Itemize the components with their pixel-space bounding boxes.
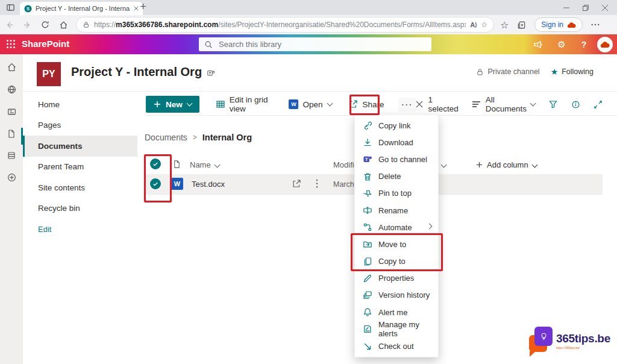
help-icon[interactable]: ? xyxy=(573,34,595,54)
menu-item-properties[interactable]: Properties xyxy=(355,270,438,287)
sidebar-item-home[interactable]: Home xyxy=(23,94,137,115)
fullscreen-icon[interactable] xyxy=(594,100,603,109)
info-icon[interactable] xyxy=(571,100,580,109)
sidebar-item-recycle-bin[interactable]: Recycle bin xyxy=(23,198,137,219)
rail-lists-icon[interactable] xyxy=(7,151,16,160)
check-icon xyxy=(152,181,158,187)
rail-documents-icon[interactable] xyxy=(7,129,16,139)
sidebar-item-parent-team[interactable]: Parent Team xyxy=(23,157,137,178)
add-column-button[interactable]: Add column xyxy=(476,160,537,169)
share-button[interactable]: Share xyxy=(348,99,384,109)
chevron-down-icon xyxy=(327,101,333,107)
menu-item-download[interactable]: Download xyxy=(355,134,438,151)
collections-icon[interactable] xyxy=(517,20,526,30)
menu-item-pin-to-top[interactable]: Pin to top xyxy=(355,185,438,202)
rail-news-icon[interactable] xyxy=(7,107,17,117)
forward-icon[interactable] xyxy=(18,16,36,33)
menu-item-copy-to[interactable]: Copy to xyxy=(355,253,438,270)
new-tab-button[interactable] xyxy=(140,3,146,10)
filter-icon[interactable] xyxy=(548,99,558,109)
file-name[interactable]: Test.docx xyxy=(192,180,225,189)
menu-item-version-history[interactable]: Version history xyxy=(355,287,438,304)
more-options-button[interactable]: ··· xyxy=(398,98,416,111)
select-all-checkbox[interactable] xyxy=(150,158,161,169)
browser-tab[interactable]: S Project Y - Internal Org - Interna xyxy=(20,2,143,15)
menu-item-check-out[interactable]: Check out xyxy=(355,337,438,354)
copy-to-icon xyxy=(363,257,372,266)
sync-cloud-icon xyxy=(567,22,576,28)
context-menu: Copy link Download T Go to channel Delet… xyxy=(354,115,439,357)
selected-count: 1 selected xyxy=(428,95,458,113)
breadcrumb: Documents > Internal Org xyxy=(145,133,252,142)
menu-item-move-to[interactable]: Move to xyxy=(355,236,438,253)
account-avatar[interactable] xyxy=(597,37,613,52)
new-button[interactable]: New xyxy=(146,96,199,113)
following-button[interactable]: ★ Following xyxy=(551,67,594,76)
sidebar-item-documents[interactable]: Documents xyxy=(23,136,137,157)
check-out-icon xyxy=(363,342,372,351)
menu-item-delete[interactable]: Delete xyxy=(355,168,438,185)
teams-channel-icon xyxy=(207,69,215,77)
favorites-star-settings-icon[interactable]: ☆ xyxy=(481,20,487,29)
rail-create-icon[interactable] xyxy=(7,172,17,183)
lock-icon xyxy=(83,21,90,28)
sidebar-item-site-contents[interactable]: Site contents xyxy=(23,177,137,198)
back-icon[interactable] xyxy=(0,16,18,33)
favorites-bar-icon[interactable]: ☆ xyxy=(500,19,509,31)
site-logo[interactable]: PY xyxy=(37,62,61,86)
megaphone-icon[interactable] xyxy=(527,34,549,54)
read-aloud-icon[interactable]: A) xyxy=(470,21,477,28)
download-icon xyxy=(363,137,372,147)
row-share-icon[interactable] xyxy=(292,179,301,189)
sidebar-item-pages[interactable]: Pages xyxy=(23,115,137,136)
menu-item-automate[interactable]: Automate xyxy=(355,219,438,236)
private-channel-badge: Private channel xyxy=(476,67,539,76)
browser-tab-strip: S Project Y - Internal Org - Interna xyxy=(0,0,617,15)
restore-button[interactable] xyxy=(576,0,595,15)
minimize-button[interactable] xyxy=(557,0,576,15)
column-name[interactable]: Name xyxy=(190,160,219,169)
vertical-tabs-icon[interactable] xyxy=(6,3,15,12)
browser-more-icon[interactable] xyxy=(591,24,600,26)
refresh-icon[interactable] xyxy=(36,16,54,33)
cloud-account-icon xyxy=(600,41,610,48)
menu-item-go-to-channel[interactable]: T Go to channel xyxy=(355,151,438,168)
watermark-brand: 365tips.be xyxy=(556,332,610,345)
close-window-button[interactable] xyxy=(595,0,615,15)
view-selector[interactable]: All Documents xyxy=(472,95,535,113)
suite-app-name[interactable]: SharePoint xyxy=(22,39,69,49)
menu-item-rename[interactable]: Rename xyxy=(355,202,438,219)
sidebar-edit-link[interactable]: Edit xyxy=(23,219,137,240)
chevron-down-icon xyxy=(214,162,220,168)
tab-close-icon[interactable] xyxy=(134,6,139,11)
open-button[interactable]: W Open xyxy=(289,99,332,109)
edit-grid-view-button[interactable]: Edit in grid view xyxy=(216,95,273,113)
row-more-icon[interactable] xyxy=(316,179,318,188)
home-icon[interactable] xyxy=(54,16,72,33)
menu-item-alert-me[interactable]: Alert me xyxy=(355,304,438,321)
following-star-icon: ★ xyxy=(551,67,559,76)
app-launcher-icon[interactable] xyxy=(6,39,16,49)
url-field[interactable]: https://m365x366786.sharepoint.com/sites… xyxy=(76,17,494,33)
row-checkbox[interactable] xyxy=(150,178,161,189)
chevron-down-icon xyxy=(531,162,537,168)
site-title[interactable]: Project Y - Internal Org xyxy=(71,65,202,79)
automate-icon xyxy=(363,222,372,232)
breadcrumb-parent[interactable]: Documents xyxy=(145,133,187,142)
submenu-chevron-icon xyxy=(427,224,433,230)
sign-in-button[interactable]: Sign in xyxy=(534,17,583,32)
menu-item-manage-my-alerts[interactable]: Manage my alerts xyxy=(355,321,438,337)
search-input[interactable] xyxy=(218,39,426,49)
rail-home-icon[interactable] xyxy=(7,62,17,72)
deselect-button[interactable]: 1 selected xyxy=(416,95,458,113)
search-box[interactable] xyxy=(199,37,431,51)
gear-icon[interactable]: ⚙ xyxy=(551,34,572,54)
rail-globe-icon[interactable] xyxy=(7,84,17,95)
breadcrumb-separator: > xyxy=(193,133,197,142)
chevron-down-icon xyxy=(530,101,536,107)
window-controls xyxy=(557,0,615,15)
menu-item-copy-link[interactable]: Copy link xyxy=(355,117,438,134)
chevron-down-icon xyxy=(186,101,192,107)
file-type-column-icon xyxy=(172,160,181,169)
chevron-down-icon xyxy=(440,162,446,168)
